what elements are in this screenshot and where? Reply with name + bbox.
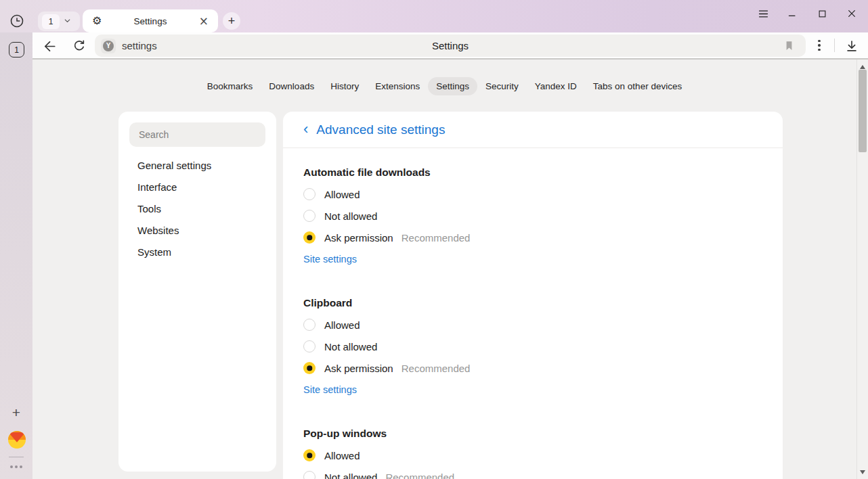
site-settings-link[interactable]: Site settings bbox=[303, 379, 357, 401]
radio-option[interactable]: Allowed bbox=[303, 183, 762, 205]
new-tab-button[interactable]: + bbox=[223, 12, 240, 30]
recommended-note: Recommended bbox=[402, 363, 471, 374]
chevron-down-icon bbox=[63, 16, 72, 28]
nav-tab[interactable]: Yandex ID bbox=[527, 77, 585, 95]
nav-tab[interactable]: History bbox=[322, 77, 367, 95]
tab-group-count: 1 bbox=[42, 14, 60, 29]
site-favicon-icon: Y bbox=[101, 39, 116, 53]
menu-item[interactable]: General settings bbox=[129, 154, 265, 176]
nav-tab[interactable]: Bookmarks bbox=[199, 77, 261, 95]
chevron-left-icon: ‹ bbox=[303, 122, 308, 137]
radio-label: Ask permission bbox=[324, 232, 393, 244]
scroll-thumb[interactable] bbox=[859, 70, 867, 152]
site-settings-sections: Automatic file downloads Allowed Not all… bbox=[283, 166, 783, 479]
browser-window: 1 ⚙ Settings × + 1 + bbox=[0, 0, 868, 479]
radio-label: Not allowed bbox=[324, 472, 377, 479]
tab-close-icon[interactable]: × bbox=[196, 9, 211, 32]
radio-option[interactable]: Not allowed Recommended bbox=[303, 466, 762, 479]
url-text: settings bbox=[122, 40, 157, 51]
settings-page: BookmarksDownloadsHistoryExtensionsSetti… bbox=[32, 60, 868, 479]
radio-label: Allowed bbox=[324, 450, 360, 461]
radio-icon[interactable] bbox=[303, 231, 316, 244]
menu-item[interactable]: Interface bbox=[129, 176, 265, 198]
recommended-note: Recommended bbox=[402, 232, 471, 244]
window-close-icon[interactable] bbox=[843, 5, 861, 22]
radio-icon[interactable] bbox=[303, 210, 316, 222]
scrollbar[interactable] bbox=[856, 60, 868, 479]
recommended-note: Recommended bbox=[385, 472, 454, 479]
search-input[interactable] bbox=[129, 122, 265, 147]
scroll-up-icon[interactable] bbox=[860, 65, 865, 69]
side-rail: 1 + bbox=[0, 32, 32, 479]
radio-icon[interactable] bbox=[303, 449, 316, 461]
browser-tab-settings[interactable]: ⚙ Settings × bbox=[83, 9, 218, 32]
yandex-mail-logo-icon[interactable] bbox=[8, 431, 26, 449]
bookmark-icon[interactable] bbox=[781, 38, 796, 53]
radio-option[interactable]: Not allowed bbox=[303, 205, 762, 227]
settings-nav: BookmarksDownloadsHistoryExtensionsSetti… bbox=[32, 77, 856, 95]
nav-tab[interactable]: Settings bbox=[428, 77, 477, 95]
site-settings-card: ‹ Advanced site settings Automatic file … bbox=[283, 112, 783, 479]
history-clock-icon[interactable] bbox=[9, 14, 24, 28]
nav-tab[interactable]: Extensions bbox=[367, 77, 428, 95]
radio-icon[interactable] bbox=[303, 340, 316, 352]
radio-icon[interactable] bbox=[303, 471, 316, 479]
section-title: Automatic file downloads bbox=[303, 166, 762, 179]
radio-icon[interactable] bbox=[303, 188, 316, 200]
rail-plus-icon[interactable]: + bbox=[9, 405, 24, 420]
radio-group: Allowed Not allowed Ask permission Recom… bbox=[303, 183, 762, 248]
radio-icon[interactable] bbox=[303, 362, 316, 374]
radio-option[interactable]: Not allowed bbox=[303, 336, 762, 357]
rail-ellipsis-icon[interactable] bbox=[8, 463, 24, 470]
advanced-settings-title: Advanced site settings bbox=[316, 122, 445, 137]
radio-label: Allowed bbox=[324, 189, 360, 200]
window-menu-icon[interactable] bbox=[754, 5, 772, 22]
tab-group-control[interactable]: 1 bbox=[38, 12, 80, 31]
menu-item[interactable]: Websites bbox=[129, 219, 265, 241]
radio-group: Allowed Not allowed Ask permission Recom… bbox=[303, 314, 762, 379]
radio-option[interactable]: Ask permission Recommended bbox=[303, 357, 762, 379]
nav-tab[interactable]: Downloads bbox=[261, 77, 322, 95]
window-maximize-icon[interactable] bbox=[813, 5, 831, 22]
reload-icon[interactable] bbox=[71, 38, 87, 54]
radio-option[interactable]: Allowed bbox=[303, 444, 762, 466]
settings-section: Pop-up windows Allowed Not allowed Recom… bbox=[303, 428, 762, 479]
menu-item[interactable]: System bbox=[129, 241, 265, 263]
radio-label: Allowed bbox=[324, 319, 360, 331]
rail-divider bbox=[9, 457, 24, 457]
scroll-down-icon[interactable] bbox=[860, 470, 865, 474]
toolbar-divider bbox=[834, 39, 835, 52]
settings-section: Clipboard Allowed Not allowed Ask permis… bbox=[303, 297, 762, 401]
settings-section: Automatic file downloads Allowed Not all… bbox=[303, 166, 762, 270]
radio-label: Not allowed bbox=[324, 341, 377, 352]
titlebar: 1 ⚙ Settings × + bbox=[0, 0, 868, 32]
menu-item[interactable]: Tools bbox=[129, 198, 265, 219]
address-bar[interactable]: Y settings Settings bbox=[95, 35, 806, 57]
settings-menu-card: General settingsInterfaceToolsWebsitesSy… bbox=[118, 112, 276, 472]
download-icon[interactable] bbox=[844, 38, 860, 54]
more-actions-icon[interactable] bbox=[812, 38, 826, 53]
site-settings-link[interactable]: Site settings bbox=[303, 248, 357, 270]
radio-option[interactable]: Allowed bbox=[303, 314, 762, 336]
toolbar: Y settings Settings bbox=[32, 32, 868, 58]
section-title: Pop-up windows bbox=[303, 428, 762, 440]
address-page-title: Settings bbox=[95, 40, 806, 51]
radio-label: Ask permission bbox=[324, 363, 393, 374]
nav-tab[interactable]: Tabs on other devices bbox=[585, 77, 690, 95]
radio-icon[interactable] bbox=[303, 319, 316, 331]
section-title: Clipboard bbox=[303, 297, 762, 309]
radio-group: Allowed Not allowed Recommended bbox=[303, 444, 762, 479]
settings-menu-list: General settingsInterfaceToolsWebsitesSy… bbox=[129, 154, 265, 263]
advanced-settings-back-link[interactable]: ‹ Advanced site settings bbox=[283, 112, 783, 148]
nav-tab[interactable]: Security bbox=[477, 77, 527, 95]
rail-tab-counter[interactable]: 1 bbox=[9, 42, 24, 58]
back-icon[interactable] bbox=[41, 38, 58, 54]
radio-option[interactable]: Ask permission Recommended bbox=[303, 227, 762, 248]
radio-label: Not allowed bbox=[324, 210, 377, 222]
window-minimize-icon[interactable] bbox=[783, 5, 801, 22]
